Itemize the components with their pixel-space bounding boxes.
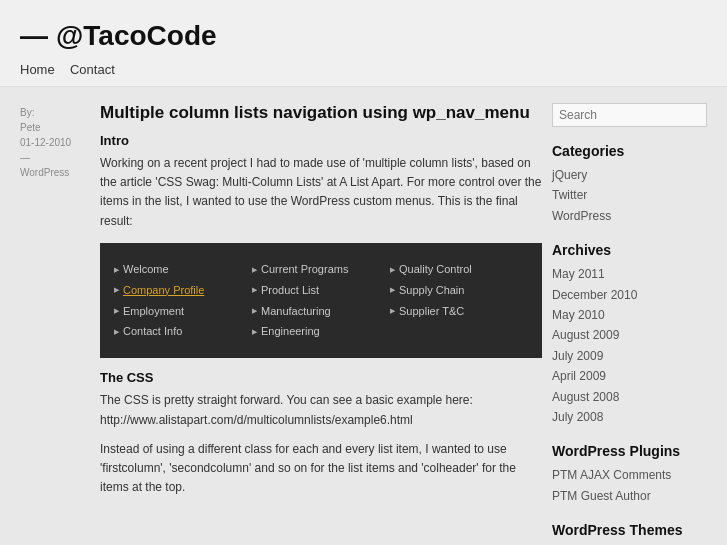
list-item: Welcome bbox=[114, 259, 252, 280]
nav-contact[interactable]: Contact bbox=[70, 62, 115, 77]
search-input[interactable] bbox=[552, 103, 707, 127]
list-item: May 2010 bbox=[552, 305, 707, 325]
site-title: — @TacoCode bbox=[20, 10, 707, 58]
meta-dash: — bbox=[20, 150, 80, 165]
post-category[interactable]: WordPress bbox=[20, 165, 80, 180]
categories-list: jQuery Twitter WordPress bbox=[552, 165, 707, 226]
header: — @TacoCode Home Contact bbox=[0, 0, 727, 87]
list-item: July 2009 bbox=[552, 346, 707, 366]
by-label: By: bbox=[20, 105, 80, 120]
page-wrapper: By: Pete 01-12-2010 — WordPress Multiple… bbox=[0, 87, 727, 545]
post-subtitle: Intro bbox=[100, 133, 542, 148]
post-body: Working on a recent project I had to mad… bbox=[100, 154, 542, 231]
demo-col-1: Welcome Company Profile Employment Conta… bbox=[114, 259, 252, 343]
archives-list: May 2011 December 2010 May 2010 August 2… bbox=[552, 264, 707, 427]
list-item: WordPress bbox=[552, 206, 707, 226]
post-meta: By: Pete 01-12-2010 — WordPress bbox=[20, 103, 80, 545]
css-body: The CSS is pretty straight forward. You … bbox=[100, 391, 542, 497]
css-para-1: The CSS is pretty straight forward. You … bbox=[100, 391, 542, 429]
plugins-title: WordPress Plugins bbox=[552, 443, 707, 459]
list-item: Twitter bbox=[552, 185, 707, 205]
plugins-section: WordPress Plugins PTM AJAX Comments PTM … bbox=[552, 443, 707, 506]
list-item: Manufacturing bbox=[252, 301, 390, 322]
list-item: April 2009 bbox=[552, 366, 707, 386]
demo-nav-box: Welcome Company Profile Employment Conta… bbox=[100, 243, 542, 359]
list-item: August 2009 bbox=[552, 325, 707, 345]
list-item: Supplier T&C bbox=[390, 301, 528, 322]
main-nav: Home Contact bbox=[20, 58, 707, 86]
list-item: Engineering bbox=[252, 321, 390, 342]
plugins-list: PTM AJAX Comments PTM Guest Author bbox=[552, 465, 707, 506]
list-item: Product List bbox=[252, 280, 390, 301]
categories-title: Categories bbox=[552, 143, 707, 159]
demo-col-1-list: Welcome Company Profile Employment Conta… bbox=[114, 259, 252, 343]
demo-col-3-list: Quality Control Supply Chain Supplier T&… bbox=[390, 259, 528, 322]
list-item: Quality Control bbox=[390, 259, 528, 280]
themes-section: WordPress Themes Multiflex-4 (Outdated) bbox=[552, 522, 707, 545]
list-item: December 2010 bbox=[552, 285, 707, 305]
list-item: PTM AJAX Comments bbox=[552, 465, 707, 485]
search-box bbox=[552, 103, 707, 127]
css-para-2: Instead of using a different class for e… bbox=[100, 440, 542, 498]
demo-col-3: Quality Control Supply Chain Supplier T&… bbox=[390, 259, 528, 343]
content-area: Multiple column lists navigation using w… bbox=[100, 103, 707, 545]
nav-home[interactable]: Home bbox=[20, 62, 55, 77]
demo-col-2-list: Current Programs Product List Manufactur… bbox=[252, 259, 390, 343]
sidebar: Categories jQuery Twitter WordPress Arch… bbox=[552, 103, 707, 545]
categories-section: Categories jQuery Twitter WordPress bbox=[552, 143, 707, 226]
list-item: PTM Guest Author bbox=[552, 486, 707, 506]
list-item: August 2008 bbox=[552, 387, 707, 407]
list-item: Supply Chain bbox=[390, 280, 528, 301]
themes-title: WordPress Themes bbox=[552, 522, 707, 538]
list-item: Contact Info bbox=[114, 321, 252, 342]
list-item: May 2011 bbox=[552, 264, 707, 284]
list-item: Employment bbox=[114, 301, 252, 322]
main-content: Multiple column lists navigation using w… bbox=[100, 103, 542, 545]
post-intro: Working on a recent project I had to mad… bbox=[100, 154, 542, 231]
site-dash: — bbox=[20, 20, 48, 52]
post-date: 01-12-2010 bbox=[20, 135, 80, 150]
list-item: Company Profile bbox=[114, 280, 252, 301]
list-item: jQuery bbox=[552, 165, 707, 185]
list-item: July 2008 bbox=[552, 407, 707, 427]
author-name: Pete bbox=[20, 120, 80, 135]
archives-section: Archives May 2011 December 2010 May 2010… bbox=[552, 242, 707, 427]
archives-title: Archives bbox=[552, 242, 707, 258]
demo-col-2: Current Programs Product List Manufactur… bbox=[252, 259, 390, 343]
css-section-title: The CSS bbox=[100, 370, 542, 385]
post-title: Multiple column lists navigation using w… bbox=[100, 103, 542, 123]
list-item: Current Programs bbox=[252, 259, 390, 280]
site-name: @TacoCode bbox=[56, 20, 217, 52]
